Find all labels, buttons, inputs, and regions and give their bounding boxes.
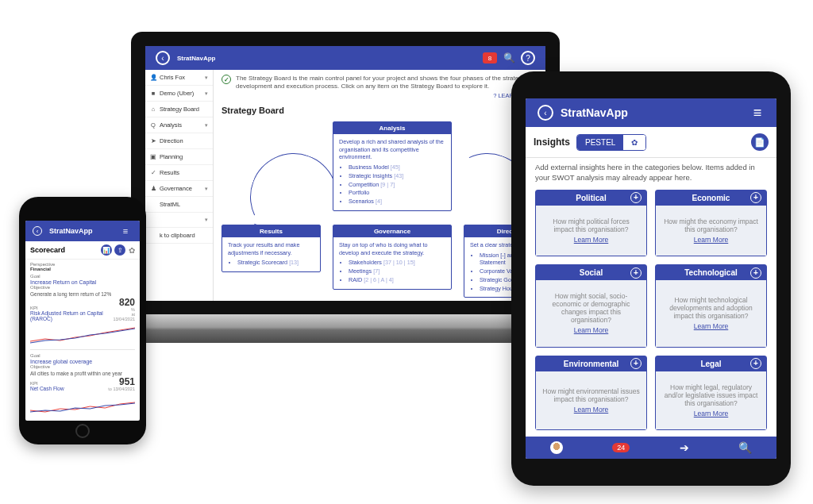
add-icon[interactable]: + [630, 192, 642, 203]
menu-icon[interactable]: ≡ [118, 224, 133, 238]
sidebar: 👤 Chris Fox ▾ ■ Demo (Uber) ▾ ⌂Strategy … [145, 70, 214, 301]
objective-value[interactable]: All cities to make a profit within one y… [30, 371, 135, 376]
main-content: ✓ The Strategy Board is the main control… [214, 70, 545, 301]
scorecard-header: Scorecard 📊 ⇪ ✿ [25, 241, 140, 260]
kpi-value: 951 [108, 377, 135, 387]
learn-more-link[interactable]: Learn More [574, 406, 608, 414]
kpi-name[interactable]: Net Cash Flow [30, 386, 64, 391]
card-body: How might legal, regulatory and/or legis… [656, 371, 766, 429]
kpi-asof: to 13/04/2021 [108, 387, 135, 391]
pestel-card-environmental[interactable]: Environmental+How might environmental is… [535, 356, 647, 430]
sidebar-item-strategy-board[interactable]: ⌂Strategy Board [145, 102, 213, 117]
appbar-laptop: ‹ StratNavApp 8 🔍 ? [145, 46, 545, 70]
panel-text: Stay on top of who is doing what to deve… [339, 241, 445, 256]
sidebar-item-analysis[interactable]: QAnalysis▾ [145, 117, 213, 133]
learn-more-link[interactable]: Learn More [694, 410, 728, 417]
tab-settings[interactable]: ✿ [623, 135, 645, 150]
sidebar-item-direction[interactable]: ➤Direction [145, 133, 213, 149]
panel-text: Track your results and make adjustments … [228, 241, 314, 256]
sidebar-item-results[interactable]: ✓Results [145, 165, 213, 181]
pestel-card-legal[interactable]: Legal+How might legal, regulatory and/or… [655, 356, 767, 430]
app-title: StratNavApp [49, 227, 93, 235]
sidebar-item-stratml[interactable]: StratML [145, 197, 213, 213]
search-icon[interactable]: 🔍 [738, 441, 752, 454]
phone-device: ‹ StratNavApp ≡ Scorecard 📊 ⇪ ✿ Perspect… [19, 197, 146, 444]
kpi-name[interactable]: Risk Adjusted Return on Capital (RAROC) [30, 310, 112, 321]
sidebar-item-clipboard[interactable]: k to clipboard [145, 228, 213, 244]
sidebar-item-label: Results [160, 169, 208, 176]
panel-title: Governance [333, 225, 451, 237]
sidebar-item-label: StratML [160, 201, 208, 208]
tablet-device: ‹ StratNavApp ≡ Insights PESTEL ✿ 📄 Add … [511, 71, 791, 486]
learn-more-link[interactable]: Learn More [694, 236, 728, 244]
tablet-footer: 24 ➔ 🔍 [526, 437, 776, 459]
search-icon[interactable]: 🔍 [502, 51, 516, 65]
learn-more-link[interactable]: ? LEARN MORE [222, 92, 538, 99]
forward-icon[interactable]: ➔ [680, 441, 689, 454]
panel-title: Analysis [333, 122, 451, 134]
pestel-grid: Political+How might political forces imp… [526, 190, 776, 437]
panel-governance[interactable]: Governance Stay on top of who is doing w… [333, 225, 452, 290]
card-body: How might social, socio-economic or demo… [536, 280, 646, 346]
tab-pestel[interactable]: PESTEL [577, 135, 623, 150]
learn-more-link[interactable]: Learn More [694, 322, 728, 330]
sidebar-user[interactable]: 👤 Chris Fox ▾ [145, 70, 213, 86]
add-icon[interactable]: + [630, 267, 642, 279]
panel-results[interactable]: Results Track your results and make adju… [222, 225, 321, 272]
learn-more-link[interactable]: Learn More [574, 326, 608, 334]
pestel-card-political[interactable]: Political+How might political forces imp… [535, 190, 647, 256]
pestel-card-social[interactable]: Social+How might social, socio-economic … [535, 264, 647, 347]
panel-title: Results [222, 225, 320, 237]
card-title: Social+ [536, 265, 646, 280]
back-icon[interactable]: ‹ [156, 51, 170, 65]
chevron-down-icon: ▾ [205, 217, 208, 223]
kpi-value: 820 [112, 298, 135, 307]
scorecard-body: Perspective Financial Goal Increase Retu… [25, 260, 140, 421]
back-icon[interactable]: ‹ [538, 105, 553, 121]
card-body: How might technological developments and… [656, 280, 766, 346]
home-button[interactable] [75, 424, 90, 438]
gear-icon: ✿ [631, 138, 638, 147]
sidebar-item-label: k to clipboard [160, 232, 208, 239]
pestel-card-economic[interactable]: Economic+How might the economy impact th… [655, 190, 767, 256]
panel-text: Develop a rich and shared analysis of th… [339, 138, 445, 161]
panel-analysis[interactable]: Analysis Develop a rich and shared analy… [333, 121, 452, 211]
sidebar-item-label: Analysis [160, 121, 205, 129]
sidebar-item-governance[interactable]: ♟Governance▾ [145, 181, 213, 197]
chevron-down-icon: ▾ [205, 122, 208, 129]
add-icon[interactable]: + [750, 192, 761, 203]
hint-text: Add external insights here in the catego… [526, 158, 776, 190]
pestel-card-technological[interactable]: Technological+How might technological de… [655, 264, 767, 347]
help-icon[interactable]: ? [521, 51, 535, 65]
footer-badge[interactable]: 24 [612, 443, 630, 452]
card-title: Economic+ [656, 190, 766, 206]
sidebar-item-label: Governance [160, 185, 205, 192]
objective-value[interactable]: Generate a long term return of 12% [30, 291, 135, 297]
add-icon[interactable]: + [750, 267, 761, 279]
info-banner: ✓ The Strategy Board is the main control… [222, 75, 538, 90]
avatar[interactable] [550, 441, 563, 454]
project-icon: ■ [150, 90, 156, 97]
sidebar-user-label: Chris Fox [160, 74, 205, 81]
back-icon[interactable]: ‹ [33, 226, 42, 236]
goal-value[interactable]: Increase global coverage [30, 359, 135, 364]
learn-more-link[interactable]: Learn More [574, 236, 608, 244]
sidebar-item-planning[interactable]: ▣Planning [145, 149, 213, 165]
chevron-down-icon: ▾ [205, 90, 208, 97]
chevron-down-icon: ▾ [205, 75, 208, 81]
sidebar-project[interactable]: ■ Demo (Uber) ▾ [145, 86, 213, 102]
sidebar-item-label: Planning [160, 153, 208, 160]
action-share-icon[interactable]: ⇪ [114, 244, 125, 256]
objective-label: Objective [30, 285, 135, 290]
sidebar-item-more[interactable]: ▾ [145, 213, 213, 228]
card-body: How might environmental issues impact th… [536, 371, 646, 429]
add-icon[interactable]: + [750, 358, 761, 369]
gear-icon[interactable]: ✿ [129, 246, 135, 255]
goal-value[interactable]: Increase Return on Capital [30, 279, 135, 285]
document-icon[interactable]: 📄 [751, 133, 769, 151]
action-chart-icon[interactable]: 📊 [101, 244, 112, 256]
add-icon[interactable]: + [630, 358, 642, 369]
menu-icon[interactable]: ≡ [750, 106, 765, 120]
notification-badge[interactable]: 8 [483, 52, 497, 63]
card-title: Technological+ [656, 265, 766, 280]
